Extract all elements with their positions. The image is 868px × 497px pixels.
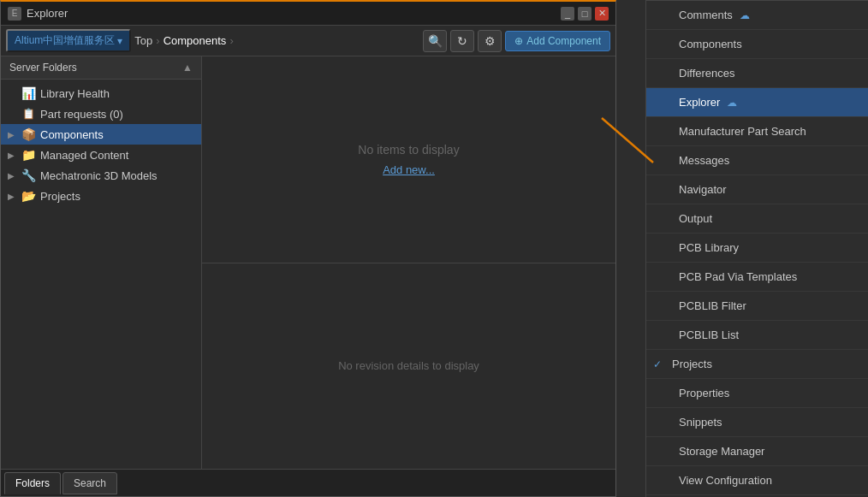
- dropdown-item-projects[interactable]: ✓Projects: [646, 350, 868, 379]
- arrow-icon: ▶: [8, 192, 16, 201]
- dropdown-item-label: Storage Manager: [679, 445, 764, 458]
- dropdown-item-manufacturer-part-search[interactable]: Manufacturer Part Search: [646, 117, 868, 146]
- panel-top: No items to display Add new...: [202, 56, 615, 263]
- dropdown-item-label: Navigator: [679, 183, 727, 196]
- dropdown-item-messages[interactable]: Messages: [646, 146, 868, 175]
- sidebar-item-part-requests[interactable]: 📋 Part requests (0): [1, 104, 201, 124]
- minimize-button[interactable]: _: [561, 7, 574, 21]
- sidebar-header: Server Folders ▲: [1, 56, 201, 80]
- no-revision-text: No revision details to display: [338, 359, 479, 372]
- dropdown-item-view-configuration[interactable]: View Configuration: [646, 466, 868, 495]
- dropdown-item-label: Snippets: [679, 416, 722, 429]
- projects-icon: 📂: [21, 189, 35, 203]
- dropdown-item-differences[interactable]: Differences: [646, 59, 868, 88]
- tab-folders[interactable]: Folders: [4, 472, 61, 494]
- tab-folders-label: Folders: [15, 477, 50, 489]
- arrow-icon: ▶: [8, 130, 16, 139]
- mechatronic-icon: 🔧: [21, 169, 35, 182]
- cloud-icon: ☁: [740, 9, 750, 21]
- add-icon: ⊕: [514, 35, 523, 47]
- dropdown-item-label: PCB Library: [679, 241, 739, 254]
- managed-content-icon: 📁: [21, 148, 35, 162]
- cloud-icon: ☁: [727, 97, 737, 109]
- explorer-window: E Explorer _ □ ✕ Altium中国增值服务区 ▾ Top › C…: [0, 0, 616, 497]
- dropdown-item-pcb-library[interactable]: PCB Library: [646, 234, 868, 263]
- title-bar: E Explorer _ □ ✕: [1, 2, 615, 26]
- no-items-text: No items to display: [358, 143, 459, 157]
- search-icon: 🔍: [428, 34, 443, 48]
- arrow-icon: ▶: [8, 151, 16, 160]
- dropdown-item-output[interactable]: Output: [646, 204, 868, 234]
- brand-label: Altium中国增值服务区: [15, 33, 115, 48]
- dropdown-item-explorer[interactable]: Explorer ☁: [646, 88, 868, 117]
- brand-arrow-icon: ▾: [117, 35, 122, 47]
- panel-area: No items to display Add new... No revisi…: [202, 56, 615, 469]
- add-new-link[interactable]: Add new...: [383, 163, 435, 176]
- content-area: Server Folders ▲ 📊 Library Health 📋 Part…: [1, 56, 615, 469]
- components-label: Components: [40, 128, 104, 141]
- dropdown-item-label: PCBLIB Filter: [679, 299, 746, 312]
- dropdown-item-pcblib-list[interactable]: PCBLIB List: [646, 321, 868, 350]
- breadcrumb-sep-1: ›: [156, 34, 159, 47]
- title-bar-controls: _ □ ✕: [561, 7, 609, 21]
- sidebar-item-managed-content[interactable]: ▶ 📁 Managed Content: [1, 145, 201, 165]
- dropdown-item-properties[interactable]: Properties: [646, 379, 868, 408]
- sidebar-item-library-health[interactable]: 📊 Library Health: [1, 83, 201, 104]
- refresh-icon: ↻: [457, 34, 467, 48]
- breadcrumb-sep-2: ›: [229, 34, 233, 47]
- toolbar: Altium中国增值服务区 ▾ Top › Components › 🔍 ↻ ⚙…: [1, 26, 615, 56]
- projects-label: Projects: [40, 190, 80, 203]
- maximize-button[interactable]: □: [578, 7, 592, 21]
- dropdown-item-storage-manager[interactable]: Storage Manager: [646, 437, 868, 466]
- sidebar-header-title: Server Folders: [9, 62, 77, 74]
- dropdown-item-navigator[interactable]: Navigator: [646, 175, 868, 204]
- sidebar-scroll-button[interactable]: ▲: [182, 62, 193, 74]
- breadcrumb-top[interactable]: Top: [134, 34, 152, 47]
- panel-bottom: No revision details to display: [202, 263, 615, 470]
- sidebar: Server Folders ▲ 📊 Library Health 📋 Part…: [1, 56, 202, 469]
- tab-search[interactable]: Search: [62, 472, 117, 494]
- dropdown-menu: Comments ☁ComponentsDifferencesExplorer …: [645, 0, 868, 497]
- window-title: Explorer: [27, 7, 68, 20]
- part-requests-label: Part requests (0): [40, 108, 123, 121]
- sidebar-tree: 📊 Library Health 📋 Part requests (0) ▶ 📦…: [1, 80, 201, 469]
- part-requests-icon: 📋: [21, 107, 35, 121]
- components-icon: 📦: [21, 127, 35, 141]
- breadcrumb-components[interactable]: Components: [163, 34, 227, 47]
- dropdown-item-label: Explorer: [679, 96, 720, 109]
- dropdown-item-label: Projects: [672, 358, 712, 370]
- managed-content-label: Managed Content: [40, 149, 128, 162]
- search-button[interactable]: 🔍: [423, 30, 447, 52]
- brand-button[interactable]: Altium中国增值服务区 ▾: [6, 29, 131, 52]
- dropdown-item-pcblib-filter[interactable]: PCBLIB Filter: [646, 292, 868, 321]
- dropdown-item-label: Properties: [679, 387, 729, 399]
- gear-icon: ⚙: [485, 34, 496, 48]
- dropdown-item-label: Differences: [679, 67, 735, 80]
- bottom-tabs: Folders Search: [1, 469, 615, 496]
- dropdown-item-label: PCBLIB List: [679, 328, 739, 341]
- sidebar-item-projects[interactable]: ▶ 📂 Projects: [1, 186, 201, 206]
- mechatronic-label: Mechatronic 3D Models: [40, 169, 158, 182]
- explorer-icon: E: [8, 7, 21, 21]
- dropdown-item-pcb-pad-via-templates[interactable]: PCB Pad Via Templates: [646, 263, 868, 292]
- library-health-icon: 📊: [21, 86, 35, 100]
- close-button[interactable]: ✕: [595, 7, 609, 21]
- dropdown-item-label: View Configuration: [679, 474, 772, 487]
- sidebar-item-components[interactable]: ▶ 📦 Components: [1, 124, 201, 145]
- dropdown-item-label: PCB Pad Via Templates: [679, 270, 797, 283]
- check-icon: ✓: [653, 358, 665, 370]
- title-bar-left: E Explorer: [8, 7, 68, 21]
- dropdown-item-snippets[interactable]: Snippets: [646, 408, 868, 437]
- settings-button[interactable]: ⚙: [478, 30, 502, 52]
- dropdown-item-comments[interactable]: Comments ☁: [646, 1, 868, 30]
- dropdown-item-label: Comments: [679, 9, 733, 21]
- breadcrumb: Top › Components ›: [134, 34, 419, 47]
- dropdown-item-label: Messages: [679, 154, 729, 167]
- add-component-button[interactable]: ⊕ Add Component: [505, 31, 610, 51]
- sidebar-item-mechatronic[interactable]: ▶ 🔧 Mechatronic 3D Models: [1, 165, 201, 186]
- dropdown-item-components[interactable]: Components: [646, 30, 868, 59]
- tab-search-label: Search: [74, 477, 106, 489]
- refresh-button[interactable]: ↻: [450, 30, 474, 52]
- dropdown-item-label: Output: [679, 212, 712, 225]
- dropdown-item-label: Manufacturer Part Search: [679, 125, 806, 138]
